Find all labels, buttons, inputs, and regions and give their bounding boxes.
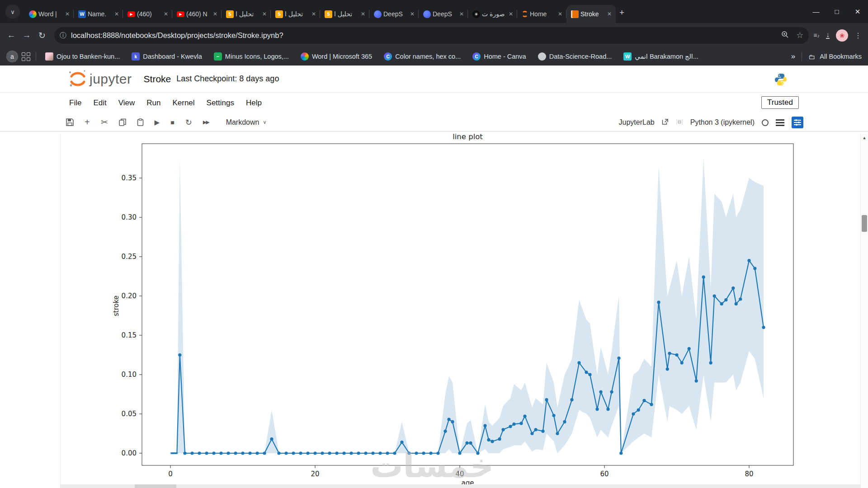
data-point-marker xyxy=(731,286,735,290)
data-point-marker xyxy=(498,437,501,441)
data-point-marker xyxy=(666,367,669,371)
data-point-marker xyxy=(483,424,486,427)
data-point-marker xyxy=(753,267,756,270)
data-point-marker xyxy=(299,451,302,455)
data-point-marker xyxy=(400,441,403,444)
data-point-marker xyxy=(680,361,684,364)
data-point-marker xyxy=(563,420,566,423)
data-point-marker xyxy=(270,437,273,441)
data-point-marker xyxy=(650,403,653,406)
data-point-marker xyxy=(313,451,316,455)
data-point-marker xyxy=(306,451,309,455)
y-tick-label: 0.25 xyxy=(122,253,137,261)
data-point-marker xyxy=(675,353,678,357)
scroll-up-arrow[interactable]: ▲ xyxy=(861,134,868,140)
data-point-marker xyxy=(335,451,338,455)
data-point-marker xyxy=(747,259,750,262)
data-point-marker xyxy=(183,451,186,455)
data-point-marker xyxy=(709,361,712,364)
data-point-marker xyxy=(501,428,505,431)
data-point-marker xyxy=(556,432,559,435)
scrollbar-thumb[interactable] xyxy=(862,215,867,232)
stroke-line-plot: 0204060800.000.050.100.150.200.250.300.3… xyxy=(0,0,868,488)
data-point-marker xyxy=(739,297,742,300)
y-axis-label: stroke xyxy=(112,296,120,316)
data-point-marker xyxy=(176,452,178,454)
data-point-marker xyxy=(702,276,705,279)
data-point-marker xyxy=(469,441,472,445)
data-point-marker xyxy=(606,408,609,411)
data-point-marker xyxy=(619,451,623,455)
data-point-marker xyxy=(219,451,222,455)
data-point-marker xyxy=(292,451,295,455)
data-point-marker xyxy=(599,390,602,394)
next-cell-strip xyxy=(60,484,860,488)
data-point-marker xyxy=(255,451,259,455)
data-point-marker xyxy=(534,428,537,431)
data-point-marker xyxy=(241,451,244,455)
data-point-marker xyxy=(205,451,208,455)
y-tick-label: 0.10 xyxy=(122,371,137,379)
y-tick-label: 0.15 xyxy=(122,331,137,339)
data-point-marker xyxy=(545,398,548,401)
data-point-marker xyxy=(595,408,599,411)
data-point-marker xyxy=(688,347,691,350)
y-tick-label: 0.30 xyxy=(122,213,137,221)
data-point-marker xyxy=(349,451,353,455)
data-point-marker xyxy=(632,412,635,415)
data-point-marker xyxy=(617,357,620,360)
y-tick-label: 0.35 xyxy=(122,174,137,182)
page-scrollbar[interactable]: ▲ xyxy=(860,134,868,488)
data-point-marker xyxy=(198,451,201,455)
data-point-marker xyxy=(523,415,526,418)
y-tick-label: 0.00 xyxy=(122,449,137,457)
data-point-marker xyxy=(447,418,450,421)
data-point-marker xyxy=(190,451,193,455)
data-point-marker xyxy=(277,451,280,455)
data-point-marker xyxy=(668,352,671,355)
data-point-marker xyxy=(443,430,447,433)
data-point-marker xyxy=(519,422,523,425)
data-point-marker xyxy=(491,440,494,443)
data-point-marker xyxy=(637,408,640,412)
data-point-marker xyxy=(248,451,251,455)
data-point-marker xyxy=(357,451,360,455)
data-point-marker xyxy=(552,414,555,417)
chart-title: line plot xyxy=(453,132,483,141)
data-point-marker xyxy=(720,302,723,305)
data-point-marker xyxy=(342,451,345,455)
data-point-marker xyxy=(588,373,591,376)
confidence-band xyxy=(171,159,764,454)
data-point-marker xyxy=(642,399,646,402)
data-point-marker xyxy=(724,298,727,301)
y-tick-label: 0.20 xyxy=(122,292,137,300)
data-point-marker xyxy=(762,326,765,329)
data-point-marker xyxy=(234,451,237,455)
data-point-marker xyxy=(487,438,490,441)
data-point-marker xyxy=(530,432,533,435)
data-point-marker xyxy=(541,430,544,433)
data-point-marker xyxy=(364,451,367,455)
data-point-marker xyxy=(577,361,580,364)
data-point-marker xyxy=(512,422,515,426)
x-tick-label: 20 xyxy=(311,470,319,478)
data-point-marker xyxy=(657,300,660,304)
data-point-marker xyxy=(328,451,331,455)
data-point-marker xyxy=(284,451,288,455)
data-point-marker xyxy=(178,353,181,357)
watermark-text: خمسات xyxy=(374,450,494,482)
data-point-marker xyxy=(321,451,324,455)
data-point-marker xyxy=(212,451,215,455)
data-point-marker xyxy=(610,390,613,394)
data-point-marker xyxy=(585,371,588,374)
x-tick-label: 60 xyxy=(600,470,609,478)
y-tick-label: 0.05 xyxy=(122,410,137,418)
data-point-marker xyxy=(465,441,468,445)
data-point-marker xyxy=(451,420,454,423)
x-tick-label: 0 xyxy=(168,470,173,478)
data-point-marker xyxy=(509,425,512,428)
data-point-marker xyxy=(735,302,738,305)
data-point-marker xyxy=(695,379,698,382)
data-point-marker xyxy=(226,451,230,455)
data-point-marker xyxy=(263,451,266,455)
